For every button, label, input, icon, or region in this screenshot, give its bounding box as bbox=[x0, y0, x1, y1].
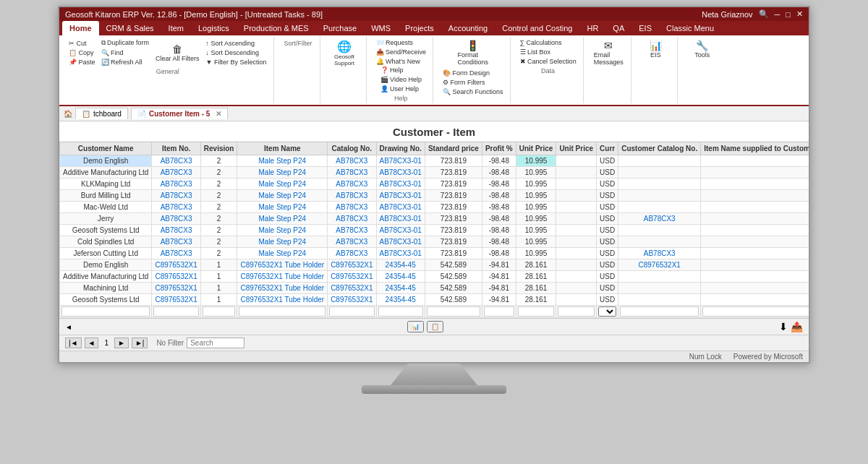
maximize-button[interactable]: □ bbox=[786, 10, 791, 19]
tab-purchase[interactable]: Purchase bbox=[316, 21, 364, 35]
breadcrumb-home[interactable]: 🏠 bbox=[64, 110, 72, 118]
table-row[interactable]: Additive Manufacturing LtdAB78CX32Male S… bbox=[60, 167, 809, 179]
form-design-button[interactable]: 🎨 Form Design bbox=[441, 69, 506, 77]
tab-wms[interactable]: WMS bbox=[364, 21, 398, 35]
user-help-button[interactable]: 👤 User Help bbox=[378, 85, 424, 93]
breadcrumb-bar: 🏠 📋 tchboard 📄 Customer Item - 5 ✕ bbox=[59, 106, 809, 121]
col-header-customer-name[interactable]: Customer Name bbox=[60, 142, 152, 155]
table-row[interactable]: KLKMaping LtdAB78CX32Male Step P24AB78CX… bbox=[60, 179, 809, 190]
col-header-catalog-no[interactable]: Catalog No. bbox=[328, 142, 376, 155]
requests-button[interactable]: 📨 Requests bbox=[374, 38, 429, 47]
table-row[interactable]: Mac-Weld LtdAB78CX32Male Step P24AB78CX3… bbox=[60, 202, 809, 213]
cut-button[interactable]: ✂ Cut bbox=[67, 39, 98, 48]
title-bar-right: Neta Griaznov 🔍 ─ □ ✕ bbox=[702, 9, 803, 19]
eis-button[interactable]: 📊 EIS bbox=[645, 38, 665, 60]
data-table-container[interactable]: Customer Name Item No. Revision Item Nam… bbox=[59, 142, 809, 318]
search-input[interactable] bbox=[187, 338, 244, 348]
geosoft-support-button[interactable]: 🌐 GeosoftSupport bbox=[331, 38, 357, 68]
table-row[interactable]: Cold Spindles LtdAB78CX32Male Step P24AB… bbox=[60, 236, 809, 248]
close-tab-icon[interactable]: ✕ bbox=[216, 110, 221, 118]
clear-all-filters-button[interactable]: 🗑 Clear All Filters bbox=[153, 42, 203, 64]
tab-home[interactable]: Home bbox=[62, 21, 99, 35]
paste-button[interactable]: 📌 Paste bbox=[67, 58, 98, 66]
col-header-std-price[interactable]: Standard price bbox=[425, 142, 482, 155]
whats-new-button[interactable]: 🔔 What's New bbox=[374, 57, 429, 66]
table-row[interactable]: Additive Manufacturing LtdC8976532X11C89… bbox=[60, 271, 809, 283]
filter-std-price[interactable] bbox=[427, 306, 480, 317]
search-functions-button[interactable]: 🔍 Search Functions bbox=[441, 87, 506, 96]
tab-classic-menu[interactable]: Classic Menu bbox=[659, 21, 721, 35]
filter-revision[interactable] bbox=[203, 306, 236, 317]
tab-accounting[interactable]: Accounting bbox=[441, 21, 495, 35]
nav-first-button[interactable]: |◄ bbox=[65, 338, 82, 348]
tools-button[interactable]: 🔧 Tools bbox=[692, 38, 712, 60]
col-header-unit-price2[interactable]: Unit Price bbox=[556, 142, 597, 155]
duplicate-form-button[interactable]: ⧉ Duplicate form bbox=[99, 38, 152, 48]
minimize-button[interactable]: ─ bbox=[775, 10, 780, 19]
export-excel-button[interactable]: 📊 bbox=[407, 321, 424, 332]
copy-button[interactable]: 📋 Copy bbox=[67, 48, 98, 57]
table-row[interactable]: Geosoft Systems LtdAB78CX32Male Step P24… bbox=[60, 225, 809, 236]
video-help-button[interactable]: 🎬 Video Help bbox=[378, 75, 424, 84]
col-header-item-no[interactable]: Item No. bbox=[152, 142, 200, 155]
tab-qa[interactable]: QA bbox=[605, 21, 631, 35]
table-row[interactable]: Demo EnglishAB78CX32Male Step P24AB78CX3… bbox=[60, 155, 809, 167]
help-button[interactable]: ❓ Help bbox=[378, 66, 424, 74]
filter-profit[interactable] bbox=[484, 306, 514, 317]
tab-projects[interactable]: Projects bbox=[398, 21, 441, 35]
col-header-unit-price[interactable]: Unit Price bbox=[516, 142, 556, 155]
email-messages-button[interactable]: ✉ EmailMessages bbox=[591, 38, 626, 67]
export-button2[interactable]: 📋 bbox=[427, 321, 443, 332]
tab-production[interactable]: Production & MES bbox=[237, 21, 316, 35]
cancel-selection-button[interactable]: ✖ Cancel Selection bbox=[518, 57, 579, 66]
col-header-customer-catalog[interactable]: Customer Catalog No. bbox=[618, 142, 701, 155]
tab-control[interactable]: Control and Costing bbox=[495, 21, 579, 35]
list-box-button[interactable]: ☰ List Box bbox=[518, 48, 579, 56]
col-header-profit[interactable]: Profit % bbox=[482, 142, 516, 155]
filter-customer-catalog[interactable] bbox=[620, 306, 699, 317]
filter-by-selection-button[interactable]: ▼ Filter By Selection bbox=[204, 58, 269, 66]
tab-crm-sales[interactable]: CRM & Sales bbox=[99, 21, 161, 35]
col-header-drawing-no[interactable]: Drawing No. bbox=[376, 142, 425, 155]
tab-logistics[interactable]: Logistics bbox=[191, 21, 237, 35]
filter-curr[interactable] bbox=[598, 306, 616, 317]
send-receive-button[interactable]: 📤 Send/Receive bbox=[374, 48, 429, 56]
filter-item-name[interactable] bbox=[239, 306, 326, 317]
format-conditions-button[interactable]: 🚦 FormatConditions bbox=[455, 38, 492, 67]
sort-ascending-button[interactable]: ↑ Sort Ascending bbox=[204, 39, 269, 48]
calculations-button[interactable]: ∑ Calculations bbox=[518, 38, 579, 47]
form-filters-button[interactable]: ⚙ Form Filters bbox=[441, 78, 506, 87]
table-row[interactable]: JerryAB78CX32Male Step P24AB78CX3AB78CX3… bbox=[60, 213, 809, 225]
filter-item-name-customer[interactable] bbox=[702, 306, 809, 317]
filter-customer-name[interactable] bbox=[61, 306, 150, 317]
filter-drawing-no[interactable] bbox=[378, 306, 423, 317]
close-button[interactable]: ✕ bbox=[796, 9, 803, 19]
table-row[interactable]: Jeferson Cutting LtdAB78CX32Male Step P2… bbox=[60, 248, 809, 259]
nav-next-button[interactable]: ► bbox=[114, 338, 129, 348]
refresh-all-button[interactable]: 🔄 Refresh All bbox=[99, 58, 152, 66]
table-row[interactable]: Geosoft Systems LtdC8976532X11C8976532X1… bbox=[60, 294, 809, 306]
nav-last-button[interactable]: ►| bbox=[132, 338, 148, 348]
col-header-curr[interactable]: Curr bbox=[597, 142, 618, 155]
find-button[interactable]: 🔍 Find bbox=[99, 48, 152, 57]
filter-unit-price[interactable] bbox=[518, 306, 555, 317]
col-header-revision[interactable]: Revision bbox=[200, 142, 237, 155]
table-cell: AB78CX3-01 bbox=[376, 248, 425, 259]
col-header-item-name-customer[interactable]: Item Name supplied to Customer bbox=[701, 142, 809, 155]
filter-item-no[interactable] bbox=[153, 306, 198, 317]
search-icon[interactable]: 🔍 bbox=[759, 9, 769, 19]
breadcrumb-tab-dashboard[interactable]: 📋 tchboard bbox=[75, 108, 128, 119]
table-cell: 542.589 bbox=[425, 283, 482, 294]
tab-eis[interactable]: EIS bbox=[631, 21, 659, 35]
filter-catalog-no[interactable] bbox=[329, 306, 374, 317]
table-row[interactable]: Demo EnglishC8976532X11C8976532X1 Tube H… bbox=[60, 259, 809, 271]
col-header-item-name[interactable]: Item Name bbox=[237, 142, 328, 155]
table-row[interactable]: Burd Milling LtdAB78CX32Male Step P24AB7… bbox=[60, 190, 809, 202]
table-row[interactable]: Machining LtdC8976532X11C8976532X1 Tube … bbox=[60, 283, 809, 294]
tab-item[interactable]: Item bbox=[161, 21, 191, 35]
filter-unit-price2[interactable] bbox=[558, 306, 595, 317]
nav-prev-button[interactable]: ◄ bbox=[85, 338, 99, 348]
tab-hr[interactable]: HR bbox=[579, 21, 605, 35]
breadcrumb-tab-customer-item[interactable]: 📄 Customer Item - 5 ✕ bbox=[131, 108, 228, 119]
sort-descending-button[interactable]: ↓ Sort Descending bbox=[204, 48, 269, 57]
